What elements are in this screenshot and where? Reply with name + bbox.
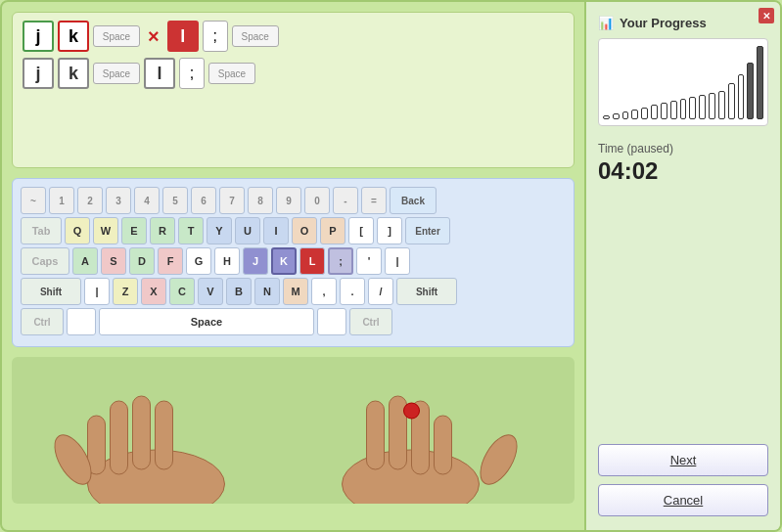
key-backspace[interactable]: Back — [390, 187, 437, 214]
number-row: ~ 1 2 3 4 5 6 7 8 9 0 - = Back — [21, 187, 566, 214]
key-enter[interactable]: Enter — [405, 217, 450, 244]
key-c[interactable]: C — [169, 278, 195, 305]
key-pipe[interactable]: | — [385, 247, 410, 275]
key-tilde[interactable]: ~ — [21, 187, 46, 214]
shift-row: Shift | Z X C V B N M , . / Shift — [21, 278, 566, 305]
key-6[interactable]: 6 — [191, 187, 216, 214]
key-g[interactable]: G — [186, 247, 211, 275]
key-z[interactable]: Z — [113, 278, 138, 305]
bar-0 — [603, 115, 610, 119]
key-ctrl-left[interactable]: Ctrl — [21, 308, 64, 335]
key-rbracket[interactable]: ] — [377, 217, 402, 244]
key-q[interactable]: Q — [65, 217, 90, 244]
key-r[interactable]: R — [150, 217, 175, 244]
key-slash[interactable]: / — [368, 278, 393, 305]
key-1[interactable]: 1 — [49, 187, 74, 214]
key-quote[interactable]: ' — [356, 247, 382, 275]
keyboard: ~ 1 2 3 4 5 6 7 8 9 0 - = Back Tab Q W E — [12, 178, 575, 347]
key-a[interactable]: A — [72, 247, 98, 275]
time-label: Time (paused) — [598, 142, 768, 155]
char-l-correct: l — [144, 58, 175, 89]
key-f[interactable]: F — [158, 247, 183, 275]
key-m[interactable]: M — [283, 278, 308, 305]
key-0[interactable]: 0 — [304, 187, 330, 214]
key-l[interactable]: L — [299, 247, 325, 275]
key-j[interactable]: J — [243, 247, 268, 275]
key-h[interactable]: H — [214, 247, 240, 275]
key-shift-right[interactable]: Shift — [396, 278, 457, 305]
key-v[interactable]: V — [198, 278, 223, 305]
key-4[interactable]: 4 — [134, 187, 160, 214]
bar-8 — [680, 99, 687, 119]
bar-4 — [641, 108, 648, 120]
key-2[interactable]: 2 — [77, 187, 103, 214]
key-e[interactable]: E — [121, 217, 147, 244]
bar-2 — [622, 111, 629, 119]
key-w[interactable]: W — [93, 217, 118, 244]
time-value: 04:02 — [598, 157, 768, 185]
key-p[interactable]: P — [320, 217, 345, 244]
char-l-typed: l — [167, 21, 199, 52]
key-tab[interactable]: Tab — [21, 217, 62, 244]
key-lbracket[interactable]: [ — [348, 217, 374, 244]
key-3[interactable]: 3 — [106, 187, 131, 214]
bar-11 — [709, 93, 715, 119]
key-equal[interactable]: = — [361, 187, 387, 214]
bar-13 — [728, 83, 735, 120]
right-panel: 📊 Your Progress Time (paused) 04:02 Next… — [584, 2, 780, 530]
key-ctrl-right[interactable]: Ctrl — [349, 308, 392, 335]
bar-12 — [718, 91, 725, 119]
bottom-row: Ctrl Space Ctrl — [21, 308, 566, 335]
key-5[interactable]: 5 — [162, 187, 188, 214]
key-shift-left[interactable]: Shift — [21, 278, 81, 305]
close-button[interactable]: ✕ — [759, 8, 774, 23]
bar-15 — [747, 63, 754, 119]
key-s[interactable]: S — [101, 247, 126, 275]
progress-title: 📊 Your Progress — [598, 16, 768, 30]
chart-icon: 📊 — [598, 16, 614, 30]
key-y[interactable]: Y — [207, 217, 232, 244]
space-correct: Space — [93, 63, 140, 84]
key-space[interactable]: Space — [99, 308, 314, 335]
char-semi-typed: ; — [203, 21, 228, 52]
key-alt-right[interactable] — [317, 308, 346, 335]
key-u[interactable]: U — [235, 217, 260, 244]
key-backslash[interactable]: | — [84, 278, 110, 305]
qwerty-row: Tab Q W E R T Y U I O P [ ] Enter — [21, 217, 566, 244]
key-comma[interactable]: , — [311, 278, 337, 305]
key-semicolon[interactable]: ; — [328, 247, 353, 275]
key-8[interactable]: 8 — [248, 187, 273, 214]
char-j-typed: j — [23, 21, 54, 52]
key-caps[interactable]: Caps — [21, 247, 69, 275]
char-k-correct: k — [58, 58, 89, 89]
svg-rect-7 — [367, 401, 385, 469]
key-7[interactable]: 7 — [219, 187, 245, 214]
svg-rect-10 — [435, 416, 452, 474]
key-k[interactable]: K — [271, 247, 297, 275]
key-win[interactable] — [67, 308, 96, 335]
space2-correct: Space — [208, 63, 255, 84]
space-typed: Space — [93, 25, 140, 47]
key-9[interactable]: 9 — [276, 187, 301, 214]
svg-point-12 — [404, 403, 420, 419]
key-d[interactable]: D — [129, 247, 155, 275]
key-period[interactable]: . — [340, 278, 365, 305]
bar-5 — [651, 105, 658, 119]
svg-point-11 — [473, 429, 524, 490]
key-minus[interactable]: - — [333, 187, 358, 214]
cancel-button[interactable]: Cancel — [598, 484, 768, 516]
key-b[interactable]: B — [226, 278, 252, 305]
key-n[interactable]: N — [254, 278, 280, 305]
bar-14 — [738, 74, 745, 119]
progress-chart — [598, 38, 768, 126]
key-t[interactable]: T — [178, 217, 204, 244]
bar-9 — [689, 97, 696, 119]
key-o[interactable]: O — [292, 217, 317, 244]
space2-typed: Space — [232, 25, 279, 47]
svg-rect-3 — [133, 396, 151, 469]
char-j-correct: j — [23, 58, 54, 89]
next-button[interactable]: Next — [598, 444, 768, 476]
hands-display — [12, 357, 575, 504]
key-i[interactable]: I — [263, 217, 289, 244]
key-x[interactable]: X — [141, 278, 166, 305]
